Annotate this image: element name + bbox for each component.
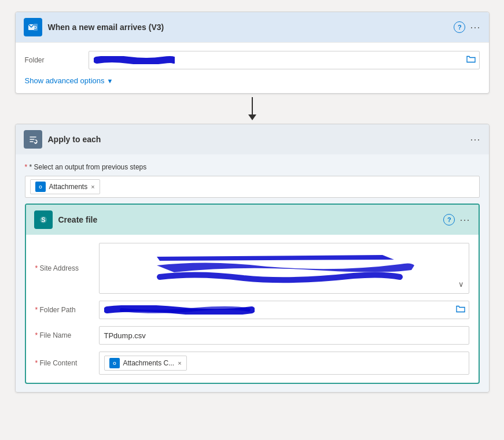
create-file-menu-button[interactable]: ···: [459, 215, 470, 225]
trigger-title: When a new email arrives (V3): [48, 23, 454, 32]
apply-each-actions: ···: [470, 134, 480, 145]
folder-path-row: Folder Path: [35, 301, 469, 319]
file-content-chip-label: Attachments C...: [123, 359, 175, 367]
svg-text:O: O: [34, 25, 37, 29]
folder-path-label: Folder Path: [35, 306, 99, 314]
svg-text:O: O: [113, 361, 116, 365]
file-name-label: File Name: [35, 331, 99, 339]
site-address-label: Site Address: [35, 264, 99, 272]
select-output-input[interactable]: O Attachments ×: [25, 176, 480, 198]
site-address-input[interactable]: ∨: [99, 243, 469, 294]
apply-each-title: Apply to each: [48, 135, 470, 144]
trigger-actions: ? ···: [454, 21, 480, 33]
arrow-head: [248, 114, 256, 120]
folder-label: Folder: [25, 56, 89, 64]
folder-input[interactable]: [89, 51, 480, 69]
file-name-input[interactable]: TPdump.csv: [99, 326, 469, 345]
select-output-label: * Select an output from previous steps: [30, 163, 147, 171]
flow-canvas: O When a new email arrives (V3) ? ··· Fo…: [15, 12, 490, 393]
chip-outlook-icon: O: [35, 182, 46, 192]
apply-each-header: Apply to each ···: [16, 124, 489, 154]
create-file-help-icon[interactable]: ?: [443, 214, 455, 225]
file-content-label: File Content: [35, 359, 99, 367]
trigger-help-icon[interactable]: ?: [454, 21, 465, 33]
arrow-line: [252, 97, 253, 114]
apply-each-card: Apply to each ··· * * Select an output f…: [15, 124, 490, 393]
svg-text:S: S: [41, 216, 45, 223]
advanced-options-toggle[interactable]: Show advanced options ▼: [25, 76, 480, 85]
site-address-row: Site Address ∨: [35, 243, 469, 294]
apply-each-menu-button[interactable]: ···: [470, 134, 480, 145]
trigger-menu-button[interactable]: ···: [470, 22, 480, 32]
site-address-chevron[interactable]: ∨: [458, 280, 464, 289]
folder-path-picker-icon[interactable]: [456, 305, 465, 315]
trigger-card: O When a new email arrives (V3) ? ··· Fo…: [15, 12, 490, 94]
site-address-scribble: [104, 248, 464, 289]
create-file-title: Create file: [58, 215, 444, 224]
file-content-input[interactable]: O Attachments C... ×: [99, 352, 469, 375]
arrow-connector-1: [248, 94, 256, 124]
apply-icon: [24, 130, 42, 149]
folder-field-row: Folder: [25, 51, 480, 69]
file-content-chip-icon: O: [109, 358, 120, 368]
file-content-chip-close[interactable]: ×: [178, 360, 181, 367]
select-output-label-row: * * Select an output from previous steps: [25, 162, 480, 171]
folder-value-scribble: [94, 56, 175, 64]
outlook-icon: O: [24, 18, 42, 36]
file-name-row: File Name TPdump.csv: [35, 326, 469, 345]
svg-text:O: O: [39, 185, 42, 189]
advanced-options-row: Show advanced options ▼: [25, 76, 480, 85]
create-file-actions: ? ···: [443, 214, 470, 225]
create-file-card: S Create file ? ··· Site Address: [25, 204, 480, 384]
attachments-chip: O Attachments ×: [30, 179, 100, 194]
trigger-card-header: O When a new email arrives (V3) ? ···: [16, 12, 489, 43]
apply-each-body: * * Select an output from previous steps…: [16, 154, 489, 392]
file-content-row: File Content O Attachments C...: [35, 352, 469, 375]
file-content-chip: O Attachments C... ×: [104, 356, 187, 371]
folder-path-input[interactable]: [99, 301, 469, 319]
folder-picker-icon[interactable]: [466, 56, 476, 65]
chip-close-btn[interactable]: ×: [91, 183, 94, 190]
sharepoint-icon: S: [34, 210, 53, 229]
trigger-card-body: Folder Show advanced options ▼: [16, 43, 489, 93]
create-file-body: Site Address ∨: [26, 235, 479, 383]
chip-label: Attachments: [49, 183, 88, 191]
folder-path-scribble: [104, 305, 255, 315]
create-file-header: S Create file ? ···: [26, 205, 479, 235]
file-name-value: TPdump.csv: [104, 331, 146, 340]
